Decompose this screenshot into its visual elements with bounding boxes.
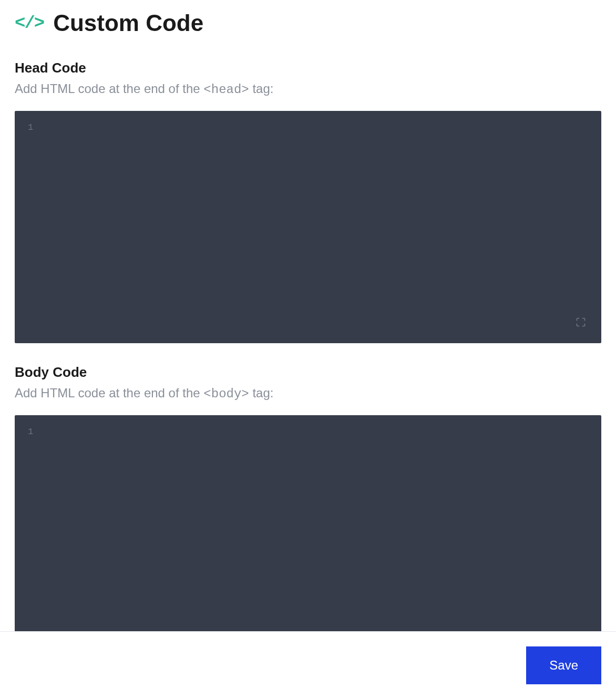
footer-bar: Save: [0, 631, 616, 699]
head-code-section: Head Code Add HTML code at the end of th…: [15, 60, 601, 343]
head-description-tag: <head>: [203, 83, 249, 97]
page-title: Custom Code: [53, 12, 203, 35]
body-code-title: Body Code: [15, 364, 601, 381]
head-description-post: tag:: [249, 81, 274, 96]
body-description-tag: <body>: [203, 387, 249, 401]
save-button[interactable]: Save: [526, 646, 601, 684]
head-line-gutter: 1: [15, 120, 46, 334]
body-code-section: Body Code Add HTML code at the end of th…: [15, 364, 601, 647]
body-code-input[interactable]: [46, 425, 601, 638]
body-description-post: tag:: [249, 386, 274, 400]
head-code-title: Head Code: [15, 60, 601, 76]
body-line-number: 1: [15, 425, 46, 439]
head-description-pre: Add HTML code at the end of the: [15, 81, 203, 96]
page-header: </> Custom Code: [15, 12, 601, 35]
head-code-input[interactable]: [46, 120, 601, 334]
head-line-number: 1: [15, 120, 46, 135]
code-icon: </>: [15, 14, 44, 32]
head-fullscreen-button[interactable]: [573, 315, 589, 331]
body-line-gutter: 1: [15, 425, 46, 638]
head-code-description: Add HTML code at the end of the <head> t…: [15, 79, 601, 99]
body-code-editor: 1: [15, 415, 601, 647]
fullscreen-icon: [576, 317, 586, 329]
head-code-editor: 1: [15, 111, 601, 343]
body-description-pre: Add HTML code at the end of the: [15, 386, 203, 400]
body-code-description: Add HTML code at the end of the <body> t…: [15, 384, 601, 404]
